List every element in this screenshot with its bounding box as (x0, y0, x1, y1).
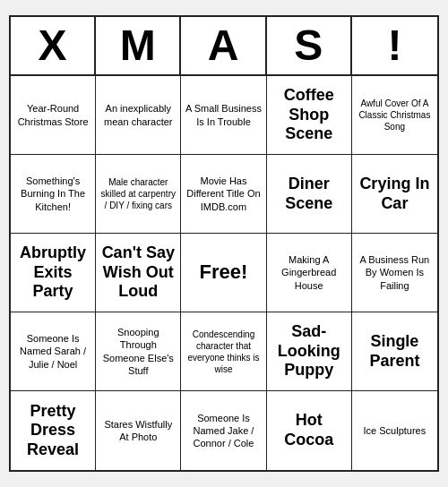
bingo-cell-21[interactable]: Stares Wistfully At Photo (96, 391, 181, 470)
bingo-header: XMAS! (11, 17, 437, 76)
bingo-cell-20[interactable]: Pretty Dress Reveal (11, 391, 96, 470)
bingo-cell-8[interactable]: Diner Scene (267, 155, 352, 234)
header-letter-A: A (181, 17, 266, 74)
header-letter-!: ! (352, 17, 437, 74)
bingo-cell-24[interactable]: Ice Sculptures (352, 391, 437, 470)
bingo-cell-0[interactable]: Year-Round Christmas Store (11, 76, 96, 155)
header-letter-X: X (11, 17, 96, 74)
bingo-cell-5[interactable]: Something's Burning In The Kitchen! (11, 155, 96, 234)
bingo-cell-22[interactable]: Someone Is Named Jake / Connor / Cole (181, 391, 266, 470)
bingo-cell-19[interactable]: Single Parent (352, 312, 437, 391)
bingo-cell-9[interactable]: Crying In Car (352, 155, 437, 234)
bingo-cell-3[interactable]: Coffee Shop Scene (267, 76, 352, 155)
bingo-cell-2[interactable]: A Small Business Is In Trouble (181, 76, 266, 155)
bingo-cell-23[interactable]: Hot Cocoa (267, 391, 352, 470)
bingo-card: XMAS! Year-Round Christmas StoreAn inexp… (9, 15, 439, 472)
bingo-cell-10[interactable]: Abruptly Exits Party (11, 234, 96, 312)
bingo-cell-12[interactable]: Free! (181, 234, 266, 312)
bingo-cell-14[interactable]: A Business Run By Women Is Failing (352, 234, 437, 312)
bingo-grid: Year-Round Christmas StoreAn inexplicabl… (11, 76, 437, 470)
bingo-cell-16[interactable]: Snooping Through Someone Else's Stuff (96, 312, 181, 391)
header-letter-M: M (96, 17, 181, 74)
bingo-cell-17[interactable]: Condescending character that everyone th… (181, 312, 266, 391)
bingo-cell-4[interactable]: Awful Cover Of A Classic Christmas Song (352, 76, 437, 155)
bingo-cell-6[interactable]: Male character skilled at carpentry / DI… (96, 155, 181, 234)
bingo-cell-18[interactable]: Sad-Looking Puppy (267, 312, 352, 391)
bingo-cell-7[interactable]: Movie Has Different Title On IMDB.com (181, 155, 266, 234)
bingo-cell-13[interactable]: Making A Gingerbread House (267, 234, 352, 312)
bingo-cell-1[interactable]: An inexplicably mean character (96, 76, 181, 155)
header-letter-S: S (267, 17, 352, 74)
bingo-cell-15[interactable]: Someone Is Named Sarah / Julie / Noel (11, 312, 96, 391)
bingo-cell-11[interactable]: Can't Say Wish Out Loud (96, 234, 181, 312)
